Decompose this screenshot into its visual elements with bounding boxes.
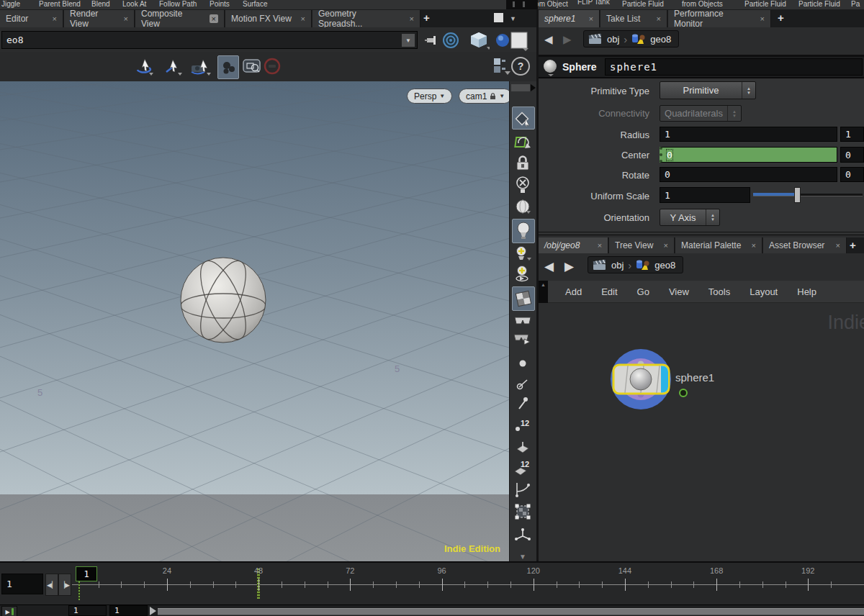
tab-performance-monitor[interactable]: Performance Monitor× (668, 10, 771, 27)
point-numbers-icon[interactable]: 12 (512, 416, 534, 435)
breadcrumb-context[interactable]: obj (607, 34, 619, 45)
sphere-node[interactable] (608, 347, 680, 415)
node-name-label[interactable]: sphere1 (675, 371, 714, 384)
handles-tool-icon[interactable] (190, 58, 212, 76)
tab-take-list[interactable]: Take List× (600, 10, 667, 27)
menu-view[interactable]: View (669, 286, 689, 297)
tab-render-view[interactable]: Render View× (64, 10, 135, 27)
network-overview-collapse[interactable]: ▲ (539, 281, 548, 303)
shading-mode-icon[interactable] (495, 31, 530, 51)
node-display-flag[interactable] (679, 389, 688, 397)
back-button[interactable]: ◀ (544, 33, 553, 46)
show-profiles-icon[interactable] (512, 481, 534, 499)
prev-frame-button[interactable]: ◀▏ (45, 574, 58, 596)
close-icon[interactable]: × (598, 241, 602, 250)
show-points-icon[interactable] (512, 354, 534, 373)
stereo-glasses-icon[interactable] (512, 311, 534, 330)
show-prims-icon[interactable] (512, 438, 534, 456)
show-vertices-icon[interactable] (512, 374, 534, 393)
sphere-geometry[interactable] (181, 255, 266, 345)
shelf-tool[interactable]: Look At (122, 0, 146, 8)
selection-display-icon[interactable] (512, 502, 534, 521)
close-icon[interactable]: × (301, 14, 305, 23)
node-name-field[interactable]: sphere1 (605, 58, 863, 76)
view-tool-button[interactable] (217, 55, 239, 79)
display-materials-icon[interactable] (512, 286, 535, 311)
tab-motion-fx-view[interactable]: Motion FX View× (225, 10, 312, 27)
shelf-tool[interactable]: Surface (243, 0, 267, 8)
orientation-dropdown[interactable]: Y Axis ▲▼ (660, 209, 720, 226)
pane-menu-icon[interactable]: ▼ (510, 15, 516, 22)
no-lights-icon[interactable] (512, 176, 534, 194)
new-tab-button[interactable]: + (850, 239, 856, 251)
node-body[interactable] (613, 365, 669, 394)
tab-geometry-spreadsheet[interactable]: Geometry Spreadsh...× (312, 10, 420, 27)
radius-field-2[interactable]: 1 (840, 127, 864, 142)
shelf-tool[interactable]: Points (210, 0, 230, 8)
shelf-tool[interactable]: Particle Fluid (622, 0, 664, 8)
center-field-2[interactable]: 0 (840, 147, 864, 163)
snap-target-icon[interactable] (441, 31, 460, 50)
headlight-icon[interactable] (512, 197, 534, 216)
next-frame-button[interactable]: ▕▶ (58, 574, 71, 596)
show-handles-icon[interactable] (512, 132, 534, 151)
pin-icon[interactable] (425, 32, 441, 48)
menu-add[interactable]: Add (565, 286, 582, 297)
menu-edit[interactable]: Edit (601, 286, 617, 297)
menu-layout[interactable]: Layout (750, 286, 778, 297)
menu-go[interactable]: Go (637, 286, 649, 297)
chevron-down-icon[interactable]: ▼ (402, 34, 415, 47)
rotate-field-2[interactable]: 0 (840, 167, 864, 182)
pane-maximize-icon[interactable] (494, 13, 503, 22)
tab-editor[interactable]: Editor× (0, 10, 63, 27)
playback-start-field[interactable]: 1 (109, 605, 148, 616)
shelf-tool[interactable]: from Objects (682, 0, 723, 8)
close-icon[interactable]: × (657, 14, 661, 23)
path-input[interactable]: eo8 ▼ (1, 31, 418, 49)
prim-numbers-icon[interactable]: 12 (512, 459, 534, 478)
new-tab-button[interactable]: + (423, 12, 430, 24)
close-icon[interactable]: × (53, 14, 57, 23)
add-light-icon[interactable] (512, 265, 534, 284)
help-button[interactable]: ? (511, 57, 530, 76)
shelf-tool[interactable]: FLIP Tank (577, 0, 610, 6)
show-normals-icon[interactable] (512, 527, 534, 545)
shelf-tool[interactable]: Pa (851, 0, 860, 8)
range-scrollbar[interactable] (158, 608, 864, 615)
shelf-tool[interactable]: Parent Blend (39, 0, 81, 8)
tab-tree-view[interactable]: Tree View× (609, 237, 675, 253)
tab-asset-browser[interactable]: Asset Browser× (763, 237, 847, 253)
show-point-markers-icon[interactable] (512, 394, 534, 413)
disabled-state-icon[interactable] (263, 57, 282, 76)
tab-material-palette[interactable]: Material Palette× (675, 237, 762, 253)
spinner-icon[interactable]: ▲▼ (706, 209, 719, 225)
close-icon[interactable]: × (410, 14, 414, 23)
breadcrumb-node[interactable]: geo8 (650, 34, 671, 45)
play-button[interactable]: ▶ (1, 606, 17, 616)
timeline[interactable]: 1 ◀▏ ▕▶ 1 24487296120144168192 (0, 561, 864, 604)
camera-selector[interactable]: cam1 ▼ (459, 89, 512, 104)
strip-scroll-arrow-icon[interactable] (531, 84, 536, 91)
lock-icon[interactable] (512, 154, 534, 173)
network-editor-canvas[interactable]: Indie sphere1 (539, 303, 864, 561)
breadcrumb-node[interactable]: geo8 (654, 260, 675, 271)
stereo-review-icon[interactable] (512, 330, 534, 348)
shelf-tool[interactable]: Blend (91, 0, 110, 8)
select-tool-icon[interactable] (164, 58, 183, 76)
view-rotate-tool-icon[interactable] (135, 58, 154, 76)
back-button[interactable]: ◀ (544, 259, 554, 274)
projection-selector[interactable]: Persp▼ (407, 89, 452, 104)
shelf-tool[interactable]: Follow Path (159, 0, 197, 8)
forward-button[interactable]: ▶ (564, 259, 574, 274)
close-icon[interactable]: × (589, 14, 593, 23)
range-slider-arrow-icon[interactable] (150, 607, 156, 615)
close-icon[interactable]: × (752, 241, 756, 250)
menu-help[interactable]: Help (797, 286, 816, 297)
playhead-frame-box[interactable]: 1 (76, 566, 97, 581)
show-grid-icon[interactable] (512, 107, 535, 130)
uniform-scale-slider-handle[interactable] (794, 187, 801, 203)
strip-scrollbar[interactable] (511, 84, 530, 91)
primitive-type-dropdown[interactable]: Primitive ▲▼ (660, 81, 756, 99)
playhead-line[interactable] (78, 581, 80, 600)
center-field[interactable]: 0 (660, 147, 837, 163)
